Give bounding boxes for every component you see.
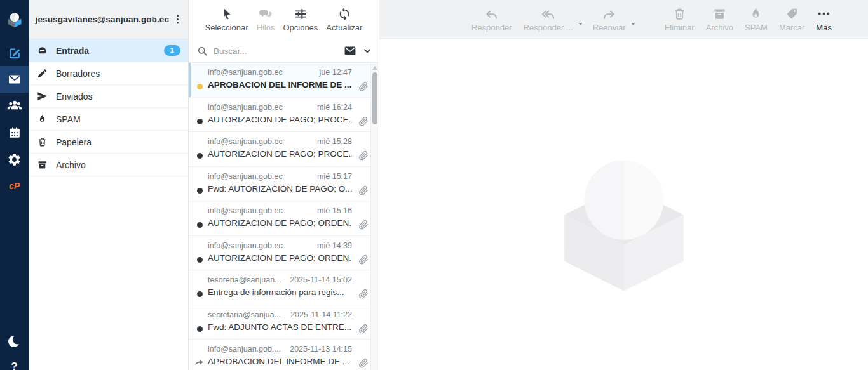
rail-contacts-button[interactable] [0, 93, 29, 119]
unread-count-badge: 1 [164, 45, 180, 56]
search-icon [196, 45, 208, 57]
status-dot-icon[interactable] [197, 291, 203, 297]
forward-dropdown-caret[interactable] [629, 20, 637, 28]
mark-button[interactable]: Marcar [773, 6, 810, 32]
refresh-button[interactable]: Actualizar [324, 6, 364, 34]
dark-mode-button[interactable] [0, 328, 29, 355]
message-date: 2025-11-13 14:15 [290, 345, 352, 353]
status-dot-icon[interactable] [197, 222, 203, 228]
message-subject: AUTORIZACION DE PAGO; PROCE... [208, 115, 352, 124]
folder-item-inbox[interactable]: Entrada 1 [29, 39, 188, 62]
spam-label: SPAM [745, 23, 768, 32]
spam-button[interactable]: SPAM [739, 6, 773, 32]
search-scope-button[interactable] [343, 44, 357, 58]
flagged-dot-icon[interactable] [197, 84, 203, 89]
folder-item-trash[interactable]: Papelera [29, 131, 188, 154]
options-button[interactable]: Opciones [281, 6, 320, 34]
status-dot-icon[interactable] [197, 188, 203, 194]
archive-label: Archivo [706, 23, 733, 32]
delete-button[interactable]: Eliminar [659, 6, 700, 32]
rail-mail-button[interactable] [0, 66, 29, 93]
select-button[interactable]: Seleccionar [203, 6, 250, 34]
status-dot-icon[interactable] [197, 153, 203, 159]
rail-settings-button[interactable] [0, 146, 29, 173]
refresh-icon [337, 7, 351, 21]
message-row[interactable]: info@sanjuan.gob.ec mié 15:28 AUTORIZACI… [189, 132, 379, 167]
message-subject: AUTORIZACION DE PAGO; PROCE... [208, 149, 352, 159]
message-row[interactable]: secretaria@sanjua... 2025-11-14 11:22 Fw… [189, 305, 379, 340]
message-row[interactable]: info@sanjuan.gob.... 2025-11-13 14:15 AP… [189, 340, 379, 370]
message-row[interactable]: tesoreria@sanjuan... 2025-11-14 15:02 En… [189, 270, 379, 305]
message-subject: APROBACION DEL INFORME DE ... [208, 357, 352, 366]
folder-label: Enviados [56, 91, 93, 102]
message-subject: AUTORIZACION DE PAGO; ORDEN... [208, 218, 352, 228]
compose-button[interactable] [0, 39, 29, 66]
help-button[interactable]: ? [0, 355, 29, 370]
more-button[interactable]: Más [810, 6, 837, 32]
tag-icon [785, 6, 799, 21]
webmail-app: cP ? jesusgavilanes@sanjuan.gob.ec [0, 0, 868, 370]
message-row[interactable]: info@sanjuan.gob.ec mié 15:17 Fwd: AUTOR… [189, 167, 379, 202]
archive-icon [37, 159, 48, 170]
search-input[interactable] [214, 46, 338, 56]
rail-calendar-button[interactable] [0, 119, 29, 146]
folder-item-sent[interactable]: Enviados [29, 85, 188, 108]
message-row[interactable]: info@sanjuan.gob.ec jue 12:47 APROBACION… [189, 63, 379, 98]
attachment-paperclip-icon [358, 150, 369, 162]
message-row[interactable]: info@sanjuan.gob.ec mié 14:39 AUTORIZACI… [189, 236, 379, 271]
compose-icon [7, 45, 22, 60]
forward-button[interactable]: Reenviar [587, 6, 632, 32]
folder-item-spam[interactable]: SPAM [29, 108, 188, 131]
options-label: Opciones [283, 23, 318, 32]
status-dot-icon[interactable] [197, 257, 203, 263]
kebab-menu-icon [172, 13, 184, 25]
message-subject: Entrega de información para regis... [208, 287, 352, 297]
rail-cpanel-button[interactable]: cP [0, 173, 29, 199]
message-row[interactable]: info@sanjuan.gob.ec mié 15:16 AUTORIZACI… [189, 201, 379, 236]
message-subject: APROBACION DEL INFORME DE ... [208, 80, 352, 89]
reply-icon [484, 6, 499, 21]
scrollbar-up-arrow[interactable] [372, 66, 377, 70]
folder-item-archive[interactable]: Archivo [29, 154, 188, 176]
folder-pane: jesusgavilanes@sanjuan.gob.ec Entrada 1 [29, 0, 189, 370]
box-sphere-watermark-icon [545, 142, 703, 301]
box-sphere-logo-icon [6, 11, 24, 29]
help-question-mark: ? [11, 361, 17, 370]
refresh-label: Actualizar [326, 23, 362, 32]
folder-list: Entrada 1 Borradores Enviados SPAM [29, 39, 188, 176]
message-row[interactable]: info@sanjuan.gob.ec mié 16:24 AUTORIZACI… [189, 98, 379, 133]
folder-item-drafts[interactable]: Borradores [29, 62, 188, 85]
reply-button[interactable]: Responder [466, 6, 518, 32]
scrollbar-thumb[interactable] [372, 72, 377, 124]
attachment-paperclip-icon [358, 289, 369, 300]
forward-icon [602, 6, 616, 21]
flame-icon [749, 6, 763, 21]
folder-label: Papelera [56, 137, 92, 147]
folder-label: Archivo [56, 160, 86, 170]
status-dot-icon[interactable] [197, 119, 203, 124]
forward-label: Reenviar [593, 23, 626, 32]
attachment-paperclip-icon [358, 116, 369, 128]
reply-label: Responder [471, 23, 512, 32]
archive-button[interactable]: Archivo [700, 6, 739, 32]
reply-all-button[interactable]: Responder ... [518, 6, 579, 32]
search-options-toggle[interactable] [362, 46, 372, 56]
contacts-icon [6, 98, 23, 114]
envelope-icon [343, 44, 357, 58]
message-sender: info@sanjuan.gob.... [208, 345, 281, 353]
message-subject: Fwd: AUTORIZACION DE PAGO; O... [208, 184, 352, 194]
threads-button[interactable]: Hilos [255, 6, 277, 34]
reply-all-dropdown-caret[interactable] [576, 20, 585, 28]
message-date: 2025-11-14 11:22 [290, 310, 352, 319]
select-label: Seleccionar [205, 23, 248, 32]
status-dot-icon[interactable] [197, 326, 203, 332]
attachment-paperclip-icon [358, 324, 369, 335]
folder-label: Borradores [56, 69, 100, 79]
content-pane: Responder Responder ... Reenviar [379, 0, 868, 370]
attachment-paperclip-icon [358, 358, 369, 369]
list-scrollbar[interactable] [370, 63, 379, 370]
folder-label: SPAM [56, 114, 81, 124]
message-sender: info@sanjuan.gob.ec [208, 68, 283, 77]
gear-icon [7, 152, 22, 167]
account-menu-button[interactable] [169, 10, 186, 29]
